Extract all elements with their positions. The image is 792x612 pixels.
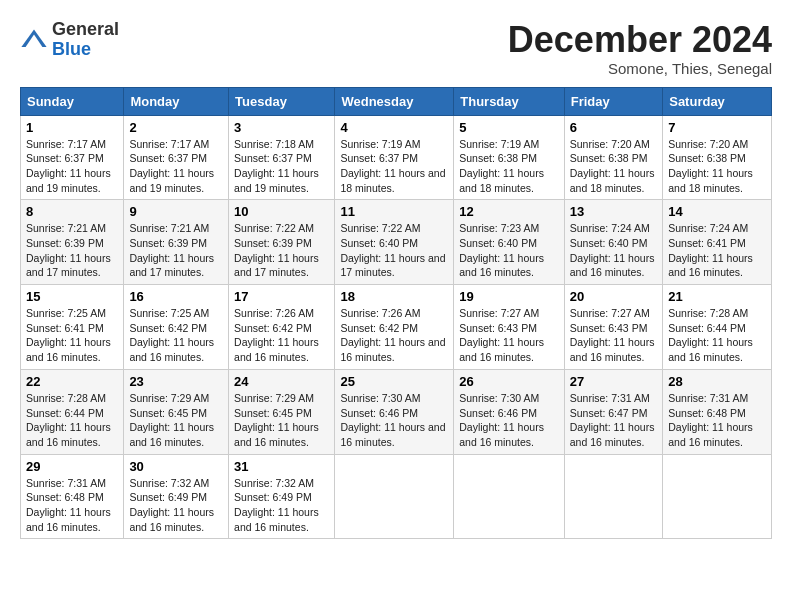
calendar-cell: 28Sunrise: 7:31 AM Sunset: 6:48 PM Dayli… [663, 369, 772, 454]
calendar-cell: 21Sunrise: 7:28 AM Sunset: 6:44 PM Dayli… [663, 285, 772, 370]
day-info: Sunrise: 7:22 AM Sunset: 6:40 PM Dayligh… [340, 221, 448, 280]
calendar-cell: 19Sunrise: 7:27 AM Sunset: 6:43 PM Dayli… [454, 285, 565, 370]
logo-general-text: General [52, 19, 119, 39]
calendar-cell [663, 454, 772, 539]
week-row-3: 15Sunrise: 7:25 AM Sunset: 6:41 PM Dayli… [21, 285, 772, 370]
calendar-cell: 15Sunrise: 7:25 AM Sunset: 6:41 PM Dayli… [21, 285, 124, 370]
week-row-2: 8Sunrise: 7:21 AM Sunset: 6:39 PM Daylig… [21, 200, 772, 285]
calendar-cell: 16Sunrise: 7:25 AM Sunset: 6:42 PM Dayli… [124, 285, 229, 370]
day-number: 2 [129, 120, 223, 135]
calendar-cell: 17Sunrise: 7:26 AM Sunset: 6:42 PM Dayli… [229, 285, 335, 370]
day-number: 24 [234, 374, 329, 389]
calendar-body: 1Sunrise: 7:17 AM Sunset: 6:37 PM Daylig… [21, 115, 772, 539]
title-block: December 2024 Somone, Thies, Senegal [508, 20, 772, 77]
header-friday: Friday [564, 87, 662, 115]
day-number: 7 [668, 120, 766, 135]
logo-blue-text: Blue [52, 39, 91, 59]
week-row-5: 29Sunrise: 7:31 AM Sunset: 6:48 PM Dayli… [21, 454, 772, 539]
day-number: 22 [26, 374, 118, 389]
day-info: Sunrise: 7:30 AM Sunset: 6:46 PM Dayligh… [340, 391, 448, 450]
day-number: 1 [26, 120, 118, 135]
day-info: Sunrise: 7:31 AM Sunset: 6:47 PM Dayligh… [570, 391, 657, 450]
day-number: 17 [234, 289, 329, 304]
day-number: 12 [459, 204, 559, 219]
calendar-cell: 4Sunrise: 7:19 AM Sunset: 6:37 PM Daylig… [335, 115, 454, 200]
day-number: 13 [570, 204, 657, 219]
day-number: 3 [234, 120, 329, 135]
calendar-cell: 23Sunrise: 7:29 AM Sunset: 6:45 PM Dayli… [124, 369, 229, 454]
calendar-cell: 7Sunrise: 7:20 AM Sunset: 6:38 PM Daylig… [663, 115, 772, 200]
calendar-cell [564, 454, 662, 539]
calendar-cell [454, 454, 565, 539]
day-number: 19 [459, 289, 559, 304]
calendar-cell: 13Sunrise: 7:24 AM Sunset: 6:40 PM Dayli… [564, 200, 662, 285]
day-number: 26 [459, 374, 559, 389]
day-number: 16 [129, 289, 223, 304]
day-info: Sunrise: 7:17 AM Sunset: 6:37 PM Dayligh… [129, 137, 223, 196]
day-info: Sunrise: 7:31 AM Sunset: 6:48 PM Dayligh… [668, 391, 766, 450]
day-number: 30 [129, 459, 223, 474]
day-number: 31 [234, 459, 329, 474]
day-info: Sunrise: 7:20 AM Sunset: 6:38 PM Dayligh… [570, 137, 657, 196]
day-info: Sunrise: 7:27 AM Sunset: 6:43 PM Dayligh… [459, 306, 559, 365]
calendar-cell: 26Sunrise: 7:30 AM Sunset: 6:46 PM Dayli… [454, 369, 565, 454]
day-info: Sunrise: 7:19 AM Sunset: 6:38 PM Dayligh… [459, 137, 559, 196]
calendar-cell: 18Sunrise: 7:26 AM Sunset: 6:42 PM Dayli… [335, 285, 454, 370]
location-subtitle: Somone, Thies, Senegal [508, 60, 772, 77]
calendar-cell: 8Sunrise: 7:21 AM Sunset: 6:39 PM Daylig… [21, 200, 124, 285]
day-info: Sunrise: 7:22 AM Sunset: 6:39 PM Dayligh… [234, 221, 329, 280]
day-number: 21 [668, 289, 766, 304]
calendar-cell: 31Sunrise: 7:32 AM Sunset: 6:49 PM Dayli… [229, 454, 335, 539]
logo-icon [20, 26, 48, 54]
day-info: Sunrise: 7:26 AM Sunset: 6:42 PM Dayligh… [340, 306, 448, 365]
month-title: December 2024 [508, 20, 772, 60]
day-info: Sunrise: 7:24 AM Sunset: 6:40 PM Dayligh… [570, 221, 657, 280]
header-tuesday: Tuesday [229, 87, 335, 115]
day-info: Sunrise: 7:28 AM Sunset: 6:44 PM Dayligh… [668, 306, 766, 365]
day-number: 4 [340, 120, 448, 135]
header-saturday: Saturday [663, 87, 772, 115]
day-number: 28 [668, 374, 766, 389]
header-wednesday: Wednesday [335, 87, 454, 115]
day-info: Sunrise: 7:19 AM Sunset: 6:37 PM Dayligh… [340, 137, 448, 196]
day-number: 14 [668, 204, 766, 219]
day-info: Sunrise: 7:29 AM Sunset: 6:45 PM Dayligh… [129, 391, 223, 450]
day-info: Sunrise: 7:32 AM Sunset: 6:49 PM Dayligh… [234, 476, 329, 535]
day-info: Sunrise: 7:21 AM Sunset: 6:39 PM Dayligh… [129, 221, 223, 280]
calendar-cell: 2Sunrise: 7:17 AM Sunset: 6:37 PM Daylig… [124, 115, 229, 200]
day-number: 15 [26, 289, 118, 304]
day-info: Sunrise: 7:18 AM Sunset: 6:37 PM Dayligh… [234, 137, 329, 196]
day-number: 27 [570, 374, 657, 389]
day-info: Sunrise: 7:23 AM Sunset: 6:40 PM Dayligh… [459, 221, 559, 280]
calendar-cell: 25Sunrise: 7:30 AM Sunset: 6:46 PM Dayli… [335, 369, 454, 454]
day-number: 25 [340, 374, 448, 389]
calendar-cell: 5Sunrise: 7:19 AM Sunset: 6:38 PM Daylig… [454, 115, 565, 200]
calendar-cell: 14Sunrise: 7:24 AM Sunset: 6:41 PM Dayli… [663, 200, 772, 285]
day-number: 6 [570, 120, 657, 135]
header-monday: Monday [124, 87, 229, 115]
day-info: Sunrise: 7:26 AM Sunset: 6:42 PM Dayligh… [234, 306, 329, 365]
calendar-cell: 6Sunrise: 7:20 AM Sunset: 6:38 PM Daylig… [564, 115, 662, 200]
header-sunday: Sunday [21, 87, 124, 115]
calendar-cell: 1Sunrise: 7:17 AM Sunset: 6:37 PM Daylig… [21, 115, 124, 200]
calendar-cell: 12Sunrise: 7:23 AM Sunset: 6:40 PM Dayli… [454, 200, 565, 285]
calendar-header-row: SundayMondayTuesdayWednesdayThursdayFrid… [21, 87, 772, 115]
calendar-cell: 27Sunrise: 7:31 AM Sunset: 6:47 PM Dayli… [564, 369, 662, 454]
day-number: 23 [129, 374, 223, 389]
page-header: General Blue December 2024 Somone, Thies… [20, 20, 772, 77]
calendar-cell [335, 454, 454, 539]
day-info: Sunrise: 7:29 AM Sunset: 6:45 PM Dayligh… [234, 391, 329, 450]
calendar-cell: 24Sunrise: 7:29 AM Sunset: 6:45 PM Dayli… [229, 369, 335, 454]
calendar-cell: 20Sunrise: 7:27 AM Sunset: 6:43 PM Dayli… [564, 285, 662, 370]
day-number: 5 [459, 120, 559, 135]
week-row-1: 1Sunrise: 7:17 AM Sunset: 6:37 PM Daylig… [21, 115, 772, 200]
day-info: Sunrise: 7:30 AM Sunset: 6:46 PM Dayligh… [459, 391, 559, 450]
day-info: Sunrise: 7:20 AM Sunset: 6:38 PM Dayligh… [668, 137, 766, 196]
day-info: Sunrise: 7:25 AM Sunset: 6:42 PM Dayligh… [129, 306, 223, 365]
header-thursday: Thursday [454, 87, 565, 115]
day-info: Sunrise: 7:24 AM Sunset: 6:41 PM Dayligh… [668, 221, 766, 280]
day-info: Sunrise: 7:27 AM Sunset: 6:43 PM Dayligh… [570, 306, 657, 365]
calendar-cell: 10Sunrise: 7:22 AM Sunset: 6:39 PM Dayli… [229, 200, 335, 285]
day-number: 18 [340, 289, 448, 304]
day-number: 29 [26, 459, 118, 474]
